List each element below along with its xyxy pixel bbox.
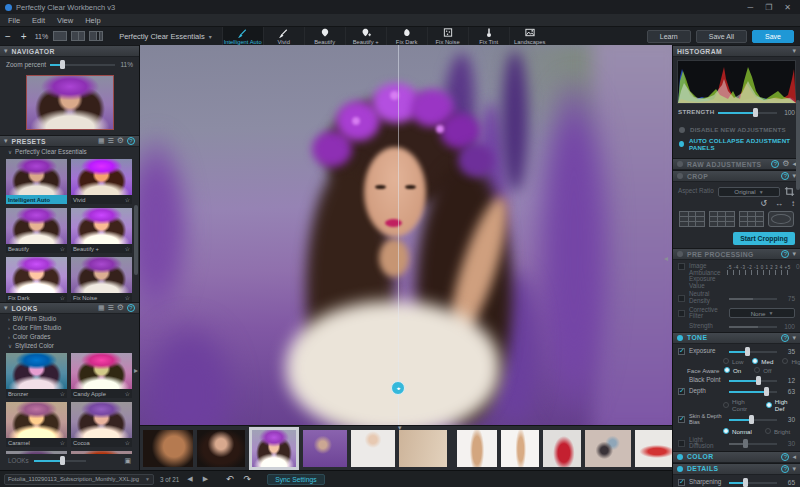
depth-slider[interactable] (729, 387, 777, 396)
flip-horizontal-icon[interactable]: ↔ (775, 199, 783, 208)
favorite-star-icon[interactable]: ☆ (125, 391, 130, 397)
favorite-star-icon[interactable]: ☆ (125, 440, 130, 446)
looks-group-colorfilm[interactable]: ›Color Film Studio (0, 323, 139, 332)
tone-header[interactable]: TONE ?▾ (673, 332, 800, 344)
preset-thumb-intelligent-auto[interactable]: Intelligent Auto (6, 159, 67, 204)
favorite-star-icon[interactable]: ☆ (125, 197, 130, 203)
filmstrip-thumb[interactable] (585, 430, 631, 467)
filmstrip-thumb[interactable] (399, 430, 447, 467)
preset-thumb-fix-dark[interactable]: Fix Dark☆ (6, 257, 67, 302)
minimize-button[interactable]: ─ (747, 3, 753, 12)
filmstrip-thumb[interactable] (501, 430, 539, 467)
exposure-checkbox[interactable] (678, 348, 685, 355)
save-button[interactable]: Save (752, 30, 794, 43)
start-cropping-button[interactable]: Start Cropping (733, 232, 795, 245)
list-view-icon[interactable]: ☰ (108, 304, 114, 312)
help-icon[interactable]: ? (781, 334, 789, 342)
looks-grid-icon[interactable]: ▣ (124, 457, 131, 465)
zoom-out-button[interactable]: − (0, 31, 16, 42)
preset-thumb-vivid[interactable]: Vivid☆ (71, 159, 132, 204)
preset-fix-dark[interactable]: Fix Dark (386, 27, 427, 45)
flip-vertical-icon[interactable]: ↕ (791, 199, 795, 208)
preset-thumb-beautify-plus[interactable]: Beautify +☆ (71, 208, 132, 253)
image-ambulance-checkbox[interactable] (678, 263, 685, 270)
help-icon[interactable]: ? (781, 250, 789, 258)
menu-help[interactable]: Help (85, 16, 100, 25)
favorite-star-icon[interactable]: ☆ (60, 295, 65, 301)
filmstrip-thumb[interactable] (197, 430, 245, 467)
favorite-star-icon[interactable]: ☆ (125, 246, 130, 252)
help-icon[interactable]: ? (127, 304, 135, 312)
view-single-button[interactable] (53, 31, 67, 41)
workflow-dropdown[interactable]: Perfectly Clear Essentials ▾ (119, 32, 211, 41)
depth-checkbox[interactable] (678, 388, 685, 395)
filmstrip-thumb[interactable] (303, 430, 347, 467)
filmstrip-thumb[interactable] (543, 430, 581, 467)
black-point-slider[interactable] (729, 376, 777, 385)
list-view-icon[interactable]: ☰ (108, 137, 114, 145)
corrective-filter-dropdown[interactable]: None▼ (729, 308, 795, 318)
light-diffusion-checkbox[interactable] (678, 440, 685, 447)
menu-file[interactable]: File (8, 16, 20, 25)
rotate-icon[interactable]: ↺ (760, 199, 767, 208)
help-icon[interactable]: ? (127, 137, 135, 145)
look-thumb-partial[interactable] (6, 451, 67, 454)
sharpening-checkbox[interactable] (678, 479, 685, 486)
preprocessing-header[interactable]: PRE PROCESSING ?▾ (673, 248, 800, 260)
gear-icon[interactable]: ⚙ (117, 304, 124, 312)
crop-header[interactable]: CROP ?▾ (673, 170, 800, 182)
before-after-split-line[interactable] (398, 45, 399, 425)
ev-ruler[interactable]: -5 -4 -3 -2 -1 0 1 2 3 4 +5 (727, 263, 791, 277)
preset-fix-noise[interactable]: Fix Noise (427, 27, 468, 45)
radio-on[interactable] (724, 367, 730, 373)
preset-landscapes[interactable]: Landscapes (509, 27, 550, 45)
help-icon[interactable]: ? (781, 465, 789, 473)
grid-overlay-2-button[interactable] (709, 211, 735, 227)
skin-depth-bias-slider[interactable] (729, 415, 777, 424)
learn-button[interactable]: Learn (647, 30, 691, 43)
filmstrip-thumb[interactable] (143, 430, 193, 467)
gear-icon[interactable]: ⚙ (117, 137, 124, 145)
look-thumb-caramel[interactable]: Caramel☆ (6, 402, 67, 447)
favorite-star-icon[interactable]: ☆ (125, 295, 130, 301)
filmstrip-collapse-icon[interactable]: ▾ (398, 425, 402, 432)
favorite-star-icon[interactable]: ☆ (60, 391, 65, 397)
navigator-thumbnail[interactable] (26, 75, 114, 130)
crop-icon[interactable] (784, 186, 795, 197)
preset-thumb-beautify[interactable]: Beautify☆ (6, 208, 67, 253)
look-thumb-cocoa[interactable]: Cocoa☆ (71, 402, 132, 447)
save-all-button[interactable]: Save All (696, 30, 747, 43)
radio-med[interactable] (752, 358, 758, 364)
redo-icon[interactable]: ↷ (242, 474, 254, 484)
sync-settings-button[interactable]: Sync Settings (267, 474, 325, 485)
menu-view[interactable]: View (57, 16, 73, 25)
look-thumb-bronzer[interactable]: Bronzer☆ (6, 353, 67, 398)
looks-size-slider[interactable] (34, 456, 86, 465)
grid-overlay-1-button[interactable] (679, 211, 705, 227)
sharpening-slider[interactable] (729, 478, 777, 487)
preset-fix-tint[interactable]: Fix Tint (468, 27, 509, 45)
details-header[interactable]: DETAILS ?▾ (673, 463, 800, 475)
filmstrip-thumb[interactable] (635, 430, 672, 467)
histogram-header[interactable]: HISTOGRAM ▾ (673, 45, 800, 57)
radio-high-def[interactable] (766, 402, 772, 408)
close-button[interactable]: ✕ (784, 3, 791, 12)
filmstrip-thumb[interactable] (457, 430, 497, 467)
aspect-ratio-dropdown[interactable]: Original▼ (718, 187, 780, 197)
preset-thumb-fix-noise[interactable]: Fix Noise☆ (71, 257, 132, 302)
radio-high-contr[interactable] (723, 402, 729, 408)
strength-slider[interactable] (718, 108, 777, 117)
radio-off[interactable] (754, 367, 760, 373)
radio-bright[interactable] (765, 428, 771, 434)
preset-beautify[interactable]: Beautify (304, 27, 345, 45)
menu-edit[interactable]: Edit (32, 16, 45, 25)
filmstrip-thumb[interactable] (351, 430, 395, 467)
thumbnail-view-icon[interactable]: ▦ (98, 137, 105, 145)
favorite-star-icon[interactable]: ☆ (60, 246, 65, 252)
previous-image-button[interactable]: ◀ (185, 475, 194, 483)
skin-depth-bias-checkbox[interactable] (678, 416, 685, 423)
undo-icon[interactable]: ↶ (224, 474, 236, 484)
rightpanel-scrollbar[interactable] (796, 100, 800, 190)
view-split-button[interactable] (71, 31, 85, 41)
look-thumb-candy-apple[interactable]: Candy Apple☆ (71, 353, 132, 398)
